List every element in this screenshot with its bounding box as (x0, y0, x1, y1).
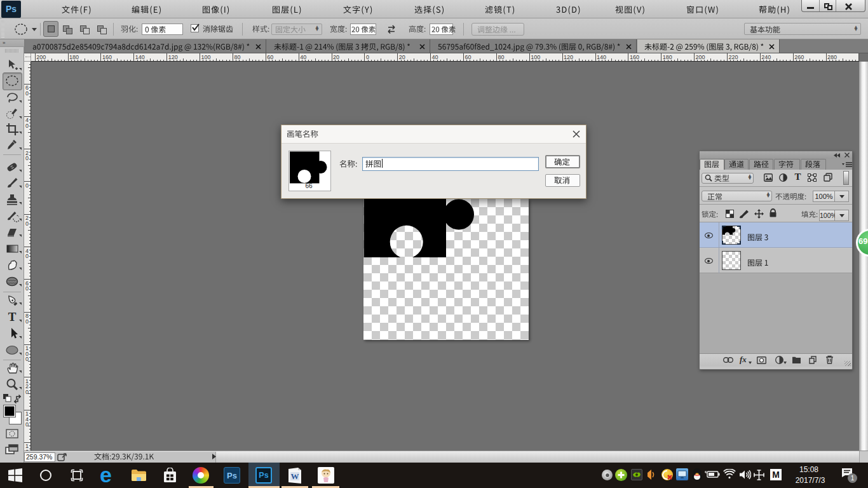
svg-text:T: T (8, 310, 17, 323)
svg-text:W: W (291, 471, 299, 481)
